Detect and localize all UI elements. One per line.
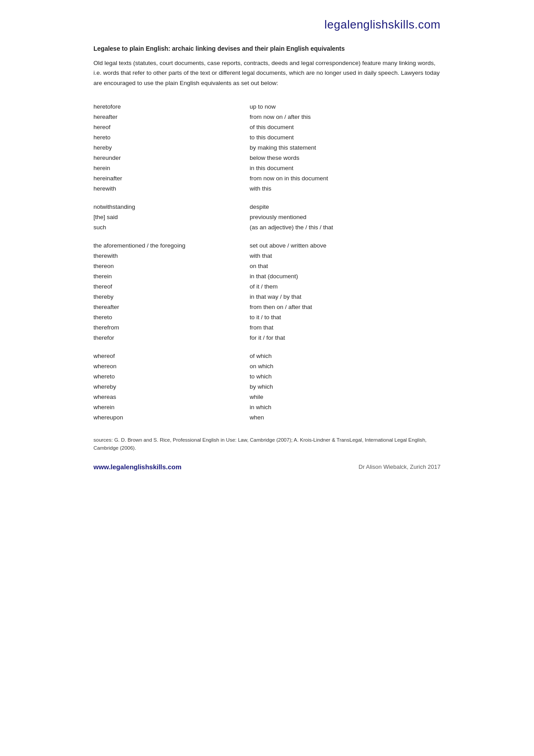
- group-spacer: [93, 343, 441, 351]
- legalese-term: whereby: [93, 382, 250, 392]
- plain-equivalent: by which: [250, 382, 441, 392]
- table-row: whereaswhile: [93, 392, 441, 402]
- table-row: whereinin which: [93, 402, 441, 412]
- plain-equivalent: with this: [250, 183, 441, 194]
- table-row: whereuponwhen: [93, 412, 441, 423]
- terms-table: heretoforeup to nowhereafterfrom now on …: [93, 102, 441, 423]
- legalese-term: herein: [93, 163, 250, 173]
- table-row: thereofof it / them: [93, 281, 441, 292]
- plain-equivalent: on that: [250, 261, 441, 271]
- sources: sources: G. D. Brown and S. Rice, Profes…: [93, 436, 441, 452]
- legalese-term: therefrom: [93, 322, 250, 333]
- legalese-term: hereby: [93, 142, 250, 153]
- plain-equivalent: on which: [250, 361, 441, 371]
- plain-equivalent: from now on / after this: [250, 112, 441, 122]
- table-row: the aforementioned / the foregoingset ou…: [93, 240, 441, 251]
- table-row: thereinin that (document): [93, 271, 441, 281]
- table-row: thereafterfrom then on / after that: [93, 302, 441, 312]
- plain-equivalent: to which: [250, 371, 441, 382]
- table-row: thereonon that: [93, 261, 441, 271]
- footer-credit: Dr Alison Wiebalck, Zurich 2017: [359, 463, 441, 470]
- legalese-term: the aforementioned / the foregoing: [93, 240, 250, 251]
- table-row: whereonon which: [93, 361, 441, 371]
- page-title: Legalese to plain English: archaic linki…: [93, 45, 441, 52]
- legalese-term: herewith: [93, 183, 250, 194]
- legalese-term: therefor: [93, 333, 250, 343]
- footer-url[interactable]: www.legalenglishskills.com: [93, 463, 182, 471]
- plain-equivalent: up to now: [250, 102, 441, 112]
- table-row: hereafterfrom now on / after this: [93, 112, 441, 122]
- plain-equivalent: set out above / written above: [250, 240, 441, 251]
- table-row: therewithwith that: [93, 251, 441, 261]
- plain-equivalent: for it / for that: [250, 333, 441, 343]
- legalese-term: thereafter: [93, 302, 250, 312]
- plain-equivalent: with that: [250, 251, 441, 261]
- table-row: [the] saidpreviously mentioned: [93, 212, 441, 222]
- legalese-term: notwithstanding: [93, 202, 250, 212]
- plain-equivalent: from then on / after that: [250, 302, 441, 312]
- plain-equivalent: from that: [250, 322, 441, 333]
- legalese-term: thereby: [93, 292, 250, 302]
- intro-text: Old legal texts (statutes, court documen…: [93, 58, 441, 88]
- table-row: whereofof which: [93, 351, 441, 361]
- plain-equivalent: from now on in this document: [250, 173, 441, 183]
- plain-equivalent: despite: [250, 202, 441, 212]
- legalese-term: hereto: [93, 132, 250, 142]
- legalese-term: therewith: [93, 251, 250, 261]
- legalese-term: hereunder: [93, 153, 250, 163]
- legalese-term: wherein: [93, 402, 250, 412]
- table-row: wheretoto which: [93, 371, 441, 382]
- plain-equivalent: to this document: [250, 132, 441, 142]
- legalese-term: hereinafter: [93, 173, 250, 183]
- table-row: hereunderbelow these words: [93, 153, 441, 163]
- group-spacer: [93, 194, 441, 202]
- plain-equivalent: in that (document): [250, 271, 441, 281]
- legalese-term: thereon: [93, 261, 250, 271]
- legalese-term: whereon: [93, 361, 250, 371]
- table-row: heretoforeup to now: [93, 102, 441, 112]
- table-row: hereinafterfrom now on in this document: [93, 173, 441, 183]
- legalese-term: whereas: [93, 392, 250, 402]
- table-row: thereforfor it / for that: [93, 333, 441, 343]
- table-row: therefromfrom that: [93, 322, 441, 333]
- table-row: theretoto it / to that: [93, 312, 441, 322]
- plain-equivalent: in that way / by that: [250, 292, 441, 302]
- group-spacer: [93, 232, 441, 240]
- plain-equivalent: in this document: [250, 163, 441, 173]
- table-row: notwithstandingdespite: [93, 202, 441, 212]
- plain-equivalent: of it / them: [250, 281, 441, 292]
- plain-equivalent: previously mentioned: [250, 212, 441, 222]
- plain-equivalent: (as an adjective) the / this / that: [250, 222, 441, 232]
- legalese-term: whereof: [93, 351, 250, 361]
- table-row: wherebyby which: [93, 382, 441, 392]
- legalese-term: hereof: [93, 122, 250, 132]
- legalese-term: hereafter: [93, 112, 250, 122]
- header-title: legalenglishskills.com: [93, 18, 441, 32]
- legalese-term: whereto: [93, 371, 250, 382]
- legalese-term: thereto: [93, 312, 250, 322]
- legalese-term: heretofore: [93, 102, 250, 112]
- plain-equivalent: below these words: [250, 153, 441, 163]
- table-row: hereinin this document: [93, 163, 441, 173]
- table-row: such(as an adjective) the / this / that: [93, 222, 441, 232]
- legalese-term: [the] said: [93, 212, 250, 222]
- table-row: therebyin that way / by that: [93, 292, 441, 302]
- table-row: heretoto this document: [93, 132, 441, 142]
- plain-equivalent: to it / to that: [250, 312, 441, 322]
- legalese-term: such: [93, 222, 250, 232]
- plain-equivalent: while: [250, 392, 441, 402]
- plain-equivalent: in which: [250, 402, 441, 412]
- plain-equivalent: by making this statement: [250, 142, 441, 153]
- plain-equivalent: of which: [250, 351, 441, 361]
- plain-equivalent: when: [250, 412, 441, 423]
- footer: www.legalenglishskills.com Dr Alison Wie…: [93, 460, 441, 471]
- table-row: herewithwith this: [93, 183, 441, 194]
- legalese-term: thereof: [93, 281, 250, 292]
- table-row: herebyby making this statement: [93, 142, 441, 153]
- legalese-term: therein: [93, 271, 250, 281]
- plain-equivalent: of this document: [250, 122, 441, 132]
- legalese-term: whereupon: [93, 412, 250, 423]
- table-row: hereofof this document: [93, 122, 441, 132]
